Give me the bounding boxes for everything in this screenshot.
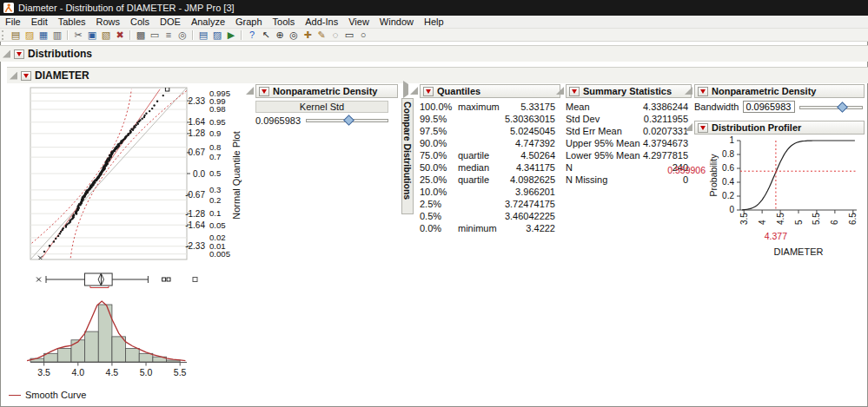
cut-icon[interactable]: ✂ <box>72 30 84 41</box>
normal-quantile-plot[interactable]: 2.331.641.280.670.0-0.67-1.28-1.64-2.330… <box>7 84 254 266</box>
svg-text:4: 4 <box>758 220 767 225</box>
histogram-bar[interactable] <box>139 353 153 362</box>
menu-item-tables[interactable]: Tables <box>53 16 91 27</box>
new-script-icon[interactable]: ▤ <box>197 30 209 41</box>
outline-title: DIAMETER <box>35 69 89 82</box>
help-icon[interactable]: ? <box>246 30 258 41</box>
print-icon[interactable]: ▥ <box>51 30 63 41</box>
panel-header[interactable]: Distribution Profiler <box>694 121 865 135</box>
data-filter-icon[interactable]: ≡ <box>162 30 175 41</box>
kernel-slider-thumb[interactable] <box>343 115 354 126</box>
copy-icon[interactable]: ▣ <box>86 30 98 41</box>
histogram[interactable]: 3.54.04.55.05.5 <box>7 292 254 386</box>
summary-label: Std Err Mean <box>566 126 643 136</box>
panel-header[interactable]: Nonparametric Density <box>694 84 865 98</box>
svg-text:0.95: 0.95 <box>209 117 226 127</box>
histogram-bar[interactable] <box>126 348 140 362</box>
oval-shape-icon[interactable]: ○ <box>357 30 369 41</box>
red-triangle-menu-icon[interactable] <box>14 49 24 59</box>
quantile-pct: 0.5% <box>420 211 458 221</box>
disclosure-triangle-icon[interactable] <box>685 123 692 131</box>
crosshair-tool-icon[interactable]: ⊕ <box>274 30 286 41</box>
menu-item-tools[interactable]: Tools <box>268 16 301 27</box>
profiler-x-value: 4.377 <box>765 231 787 241</box>
svg-text:-2.33: -2.33 <box>185 241 205 251</box>
histogram-bar[interactable] <box>57 348 71 362</box>
bandwidth-input[interactable] <box>743 101 795 113</box>
panel-header[interactable]: Nonparametric Density <box>255 84 398 98</box>
summary-row: Std Dev0.3211955 <box>566 113 690 125</box>
smooth-curve-swatch <box>9 395 21 396</box>
outline-diameter[interactable]: DIAMETER <box>7 67 868 83</box>
kernel-std-slider[interactable] <box>306 115 388 126</box>
quantile-label: quartile <box>458 150 503 161</box>
menu-item-view[interactable]: View <box>343 16 374 27</box>
menu-item-file[interactable]: File <box>0 16 26 27</box>
grabber-tool-icon[interactable]: ✚ <box>301 30 314 41</box>
lasso-tool-icon[interactable]: ◌ <box>329 30 341 41</box>
quantiles-row: 75.0%quartile4.50264 <box>420 149 557 161</box>
histogram-bar[interactable] <box>112 337 126 362</box>
menu-item-cols[interactable]: Cols <box>125 16 155 27</box>
menu-item-rows[interactable]: Rows <box>91 16 126 27</box>
menu-item-doe[interactable]: DOE <box>155 16 186 27</box>
clear-icon[interactable]: ✖ <box>114 30 126 41</box>
svg-text:0: 0 <box>729 205 734 214</box>
red-triangle-menu-icon[interactable] <box>423 87 434 96</box>
rectangle-shape-icon[interactable]: ▭ <box>343 30 355 41</box>
summary-label: Upper 95% Mean <box>566 138 643 148</box>
svg-text:0.4: 0.4 <box>722 177 734 187</box>
red-triangle-menu-icon[interactable] <box>698 123 708 133</box>
svg-text:0.67: 0.67 <box>189 148 206 157</box>
outlier-box-plot[interactable] <box>7 266 254 292</box>
menu-item-edit[interactable]: Edit <box>26 16 53 27</box>
bandwidth-slider-thumb[interactable] <box>838 102 849 113</box>
red-triangle-menu-icon[interactable] <box>698 87 708 96</box>
panel-header[interactable]: Quantiles <box>420 84 560 98</box>
bandwidth-label: Bandwidth <box>694 102 739 112</box>
open-script-icon[interactable]: ▨ <box>211 30 223 41</box>
panel-header[interactable]: Summary Statistics <box>566 84 692 98</box>
menu-item-window[interactable]: Window <box>374 16 419 27</box>
svg-text:6.5: 6.5 <box>848 213 858 225</box>
quantiles-row: 0.5%3.46042225 <box>420 210 557 222</box>
search-icon[interactable]: ◎ <box>176 30 189 41</box>
zoom-tool-icon[interactable]: ◎ <box>288 30 300 41</box>
disclosure-triangle-icon[interactable] <box>3 50 10 58</box>
red-triangle-menu-icon[interactable] <box>259 87 269 96</box>
red-triangle-menu-icon[interactable] <box>569 87 580 96</box>
quantile-value: 5.0245045 <box>503 126 557 136</box>
summary-row: Mean4.3386244 <box>566 101 690 113</box>
profiler-cdf-curve <box>742 141 855 210</box>
new-data-table-icon[interactable]: ▤ <box>10 30 22 41</box>
layout-icon[interactable]: ▭ <box>149 30 161 41</box>
paste-icon[interactable]: ▧ <box>100 30 112 41</box>
red-triangle-menu-icon[interactable] <box>21 71 31 81</box>
run-script-icon[interactable]: ▶ <box>225 30 237 41</box>
open-data-table-icon[interactable]: ▨ <box>23 30 36 41</box>
histogram-bar[interactable] <box>71 340 85 362</box>
disclosure-triangle-icon[interactable] <box>246 87 254 95</box>
disclosure-triangle-collapsed-icon[interactable] <box>403 81 408 98</box>
journal-icon[interactable]: ▩ <box>135 30 147 41</box>
svg-text:5.5: 5.5 <box>812 213 821 225</box>
jmp-window: Diameter - Distribution of DIAMETER - JM… <box>0 0 868 407</box>
toolbar-separator <box>192 30 194 40</box>
save-icon[interactable]: ▦ <box>37 30 50 41</box>
disclosure-triangle-icon[interactable] <box>10 72 17 80</box>
distribution-profiler-plot[interactable]: 00.20.40.60.81Probability0.5599063.544.5… <box>667 135 864 272</box>
disclosure-triangle-icon[interactable] <box>410 87 418 95</box>
histogram-bar[interactable] <box>85 332 99 362</box>
menu-item-graph[interactable]: Graph <box>230 16 268 27</box>
menu-item-analyze[interactable]: Analyze <box>186 16 230 27</box>
bandwidth-slider[interactable] <box>799 102 863 113</box>
brush-tool-icon[interactable]: ✎ <box>315 30 328 41</box>
disclosure-triangle-icon[interactable] <box>556 87 564 95</box>
menu-bar: FileEditTablesRowsColsDOEAnalyzeGraphToo… <box>0 16 868 29</box>
outline-distributions[interactable]: Distributions <box>0 45 868 62</box>
histogram-bar[interactable] <box>167 360 181 362</box>
menu-item-addins[interactable]: Add-Ins <box>300 16 343 27</box>
disclosure-triangle-icon[interactable] <box>685 87 692 95</box>
arrow-tool-icon[interactable]: ↖ <box>260 30 272 41</box>
menu-item-help[interactable]: Help <box>419 16 449 27</box>
